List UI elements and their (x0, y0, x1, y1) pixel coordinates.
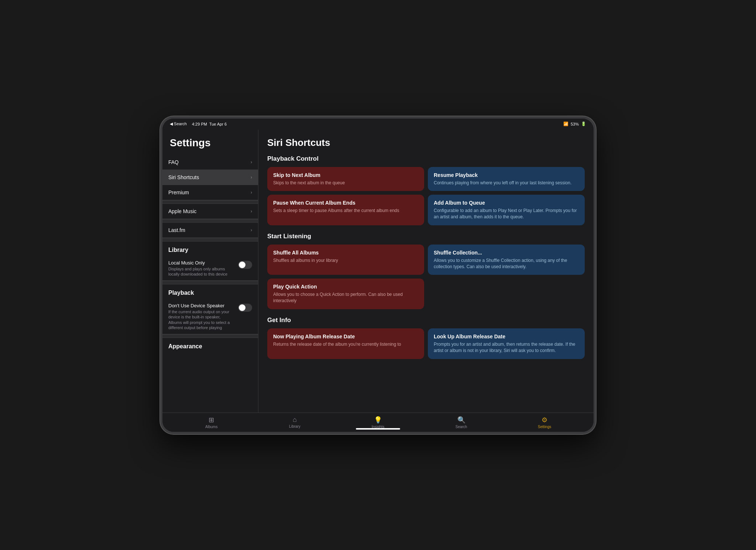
shuffle-collection-card[interactable]: Shuffle Collection... Allows you to cust… (428, 245, 585, 275)
device-speaker-setting: Don't Use Device Speaker If the current … (162, 299, 258, 334)
separator-5 (162, 334, 258, 338)
add-album-queue-card[interactable]: Add Album to Queue Configurable to add a… (428, 195, 585, 225)
library-label: Library (289, 424, 300, 428)
app-container: Settings FAQ › Siri Shortcuts › Premium … (162, 130, 594, 413)
device-speaker-toggle[interactable] (238, 304, 252, 312)
date: Tue Apr 6 (209, 122, 227, 126)
resume-title: Resume Playback (434, 172, 579, 178)
separator-2 (162, 219, 258, 223)
get-info-heading: Get Info (267, 317, 585, 324)
chevron-icon: › (251, 190, 252, 195)
insights-icon: 💡 (374, 416, 382, 424)
library-icon: ⌂ (293, 416, 297, 424)
tab-albums[interactable]: ⊞ Albums (200, 416, 223, 429)
tab-insights[interactable]: 💡 Insights (367, 416, 389, 429)
skip-title: Skip to Next Album (273, 172, 418, 178)
get-info-grid: Now Playing Album Release Date Returns t… (267, 328, 585, 359)
pause-desc: Sets a sleep timer to pause Albums after… (273, 208, 418, 214)
device-speaker-desc: If the current audio output on your devi… (168, 309, 234, 330)
chevron-icon: › (251, 228, 252, 233)
pause-when-ends-card[interactable]: Pause When Current Album Ends Sets a sle… (267, 195, 424, 225)
look-up-desc: Prompts you for an artist and album, the… (434, 341, 579, 354)
play-quick-action-card[interactable]: Play Quick Action Allows you to choose a… (267, 279, 424, 309)
sidebar-siri-label: Siri Shortcuts (168, 174, 199, 180)
search-icon: 🔍 (457, 416, 465, 424)
sidebar-item-siri-shortcuts[interactable]: Siri Shortcuts › (162, 170, 258, 185)
chevron-icon: › (251, 175, 252, 180)
sidebar-title: Settings (162, 130, 258, 155)
sidebar-item-apple-music[interactable]: Apple Music › (162, 204, 258, 219)
now-playing-desc: Returns the release date of the album yo… (273, 341, 418, 348)
sidebar-premium-label: Premium (168, 189, 189, 195)
skip-desc: Skips to the next album in the queue (273, 180, 418, 186)
albums-label: Albums (205, 425, 217, 429)
look-up-title: Look Up Album Release Date (434, 334, 579, 339)
back-button[interactable]: ◀ Search (170, 122, 187, 126)
playback-control-heading: Playback Control (267, 155, 585, 163)
shuffle-collection-desc: Allows you to customize a Shuffle Collec… (434, 257, 579, 270)
time: 4:29 PM (192, 122, 207, 126)
shuffle-all-albums-card[interactable]: Shuffle All Albums Shuffles all albums i… (267, 245, 424, 275)
start-listening-grid: Shuffle All Albums Shuffles all albums i… (267, 245, 585, 309)
home-indicator (356, 428, 400, 430)
tab-settings[interactable]: ⚙ Settings (533, 416, 556, 429)
local-music-setting: Local Music Only Displays and plays only… (162, 256, 258, 281)
shuffle-desc: Shuffles all albums in your library (273, 257, 418, 264)
sidebar-item-lastfm[interactable]: Last.fm › (162, 223, 258, 238)
chevron-icon: › (251, 209, 252, 214)
sidebar: Settings FAQ › Siri Shortcuts › Premium … (162, 130, 258, 413)
start-listening-heading: Start Listening (267, 233, 585, 240)
device-frame: ◀ Search 4:29 PM Tue Apr 6 📶 53% 🔋 Setti… (160, 116, 596, 434)
sidebar-item-faq[interactable]: FAQ › (162, 155, 258, 170)
appearance-section-label: Appearance (162, 338, 258, 353)
shuffle-collection-title: Shuffle Collection... (434, 250, 579, 256)
library-section-label: Library (162, 242, 258, 256)
resume-desc: Continues playing from where you left of… (434, 180, 579, 186)
settings-icon: ⚙ (542, 416, 547, 424)
resume-playback-card[interactable]: Resume Playback Continues playing from w… (428, 167, 585, 191)
separator-3 (162, 238, 258, 242)
pause-title: Pause When Current Album Ends (273, 200, 418, 206)
chevron-icon: › (251, 160, 252, 165)
shuffle-title: Shuffle All Albums (273, 250, 418, 256)
tab-search[interactable]: 🔍 Search (450, 416, 472, 429)
now-playing-title: Now Playing Album Release Date (273, 334, 418, 339)
albums-icon: ⊞ (209, 416, 214, 424)
battery-icon: 🔋 (581, 122, 586, 126)
battery-text: 53% (571, 122, 579, 126)
look-up-release-card[interactable]: Look Up Album Release Date Prompts you f… (428, 328, 585, 359)
main-content: Siri Shortcuts Playback Control Skip to … (258, 130, 594, 413)
device-speaker-title: Don't Use Device Speaker (168, 303, 234, 308)
page-title: Siri Shortcuts (267, 137, 585, 148)
sidebar-lastfm-label: Last.fm (168, 227, 185, 233)
tab-library[interactable]: ⌂ Library (284, 416, 306, 428)
add-queue-desc: Configurable to add an album to Play Nex… (434, 208, 579, 220)
local-music-title: Local Music Only (168, 260, 234, 266)
search-label: Search (456, 425, 467, 429)
local-music-toggle[interactable] (238, 261, 252, 269)
skip-to-next-album-card[interactable]: Skip to Next Album Skips to the next alb… (267, 167, 424, 191)
toggle-knob-2 (239, 304, 245, 311)
now-playing-release-card[interactable]: Now Playing Album Release Date Returns t… (267, 328, 424, 359)
wifi-icon: 📶 (563, 122, 568, 126)
sidebar-item-premium[interactable]: Premium › (162, 185, 258, 200)
status-bar: ◀ Search 4:29 PM Tue Apr 6 📶 53% 🔋 (162, 119, 594, 130)
settings-label: Settings (538, 425, 551, 429)
separator-4 (162, 281, 258, 284)
quick-action-title: Play Quick Action (273, 284, 418, 290)
playback-section-label: Playback (162, 284, 258, 299)
toggle-knob (239, 262, 245, 268)
separator (162, 200, 258, 204)
quick-action-desc: Allows you to choose a Quick Action to p… (273, 291, 418, 304)
playback-control-grid: Skip to Next Album Skips to the next alb… (267, 167, 585, 225)
add-queue-title: Add Album to Queue (434, 200, 579, 206)
sidebar-apple-music-label: Apple Music (168, 208, 196, 214)
local-music-desc: Displays and plays only albums locally d… (168, 266, 234, 277)
sidebar-faq-label: FAQ (168, 159, 179, 165)
